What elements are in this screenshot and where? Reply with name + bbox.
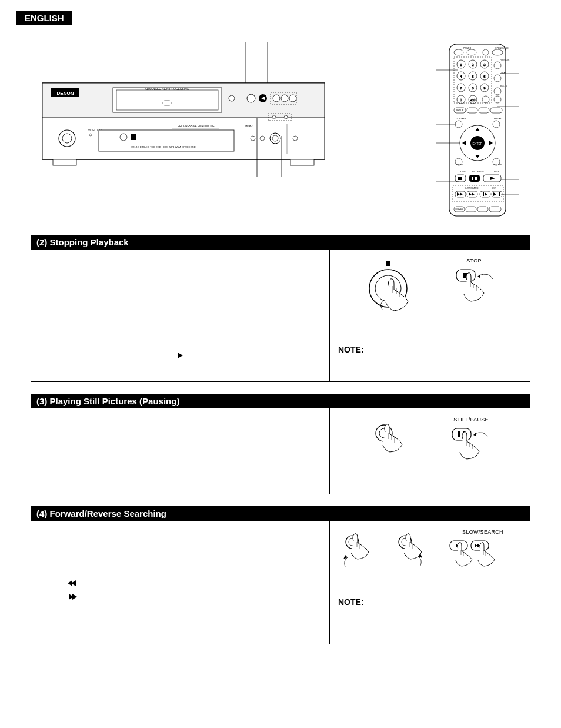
svg-rect-41 (290, 159, 314, 165)
mainunit-stop-graphic: Main Unit (356, 258, 427, 335)
svg-text:+10: +10 (470, 98, 476, 102)
svg-rect-143 (452, 428, 471, 440)
section-4-note-text-hidden: In some cases the menu screen may reappe… (338, 607, 522, 636)
svg-rect-109 (469, 175, 480, 182)
remote-svg: POWER OPEN/CLOSE 1 2 3 4 5 6 7 8 (436, 42, 519, 218)
svg-rect-119 (483, 192, 484, 196)
remote-stop-label: STOP (445, 258, 503, 264)
svg-rect-29 (131, 134, 136, 140)
svg-text:ENTER: ENTER (473, 142, 483, 145)
remote-diagram: POWER OPEN/CLOSE 1 2 3 4 5 6 7 8 (425, 42, 530, 218)
remote-search-label: SLOW/SEARCH (442, 529, 524, 535)
svg-text:DENON: DENON (57, 91, 74, 96)
section-2-note-label: NOTE: (338, 345, 522, 354)
player-svg: DENON ADVANCED AL24 PROCESSING (31, 42, 336, 177)
remote-search-graphic: SLOW/SEARCH (442, 529, 524, 589)
svg-text:SLOW/SEARCH: SLOW/SEARCH (465, 187, 480, 190)
svg-point-24 (62, 134, 72, 143)
mainunit-search-rev-graphic (336, 529, 383, 582)
svg-text:MEMO: MEMO (245, 124, 252, 127)
svg-rect-110 (472, 177, 473, 180)
section-4-instruction-hidden: During playback, press one of the SLOW/S… (43, 533, 318, 553)
section-2-note-text-hidden: With the DVD-A1XV/DVD-A1, when the STOP … (338, 354, 522, 373)
section-3-right: STILL/PAUSE (330, 408, 530, 494)
mainunit-pause-graphic (359, 417, 424, 476)
language-tab: ENGLISH (16, 11, 72, 25)
fwd-icon-row (69, 593, 318, 601)
section-3-left: During playback, press the STILL/PAUSE b… (31, 408, 330, 494)
svg-rect-40 (53, 159, 76, 165)
svg-text:DIMMER: DIMMER (456, 208, 464, 211)
section-4-right: SLOW/SEARCH (330, 521, 530, 644)
section-3-panel: During playback, press the STILL/PAUSE b… (31, 408, 530, 494)
remote-stop-graphic: STOP Remote (445, 258, 503, 337)
svg-rect-108 (458, 177, 462, 180)
svg-text:TOP MENU: TOP MENU (456, 118, 468, 120)
remote-pause-label: STILL/PAUSE (442, 417, 500, 423)
svg-point-11 (247, 94, 255, 102)
svg-text:SETUP: SETUP (456, 109, 464, 112)
play-icon (178, 353, 183, 358)
section-4-left: During playback, press one of the SLOW/S… (31, 521, 330, 644)
section-4-panel: During playback, press one of the SLOW/S… (31, 521, 530, 644)
svg-text:STOP: STOP (460, 171, 466, 173)
svg-rect-7 (116, 90, 218, 110)
top-diagrams-row: DENON ADVANCED AL24 PROCESSING (31, 42, 530, 218)
svg-text:SRS.TS: SRS.TS (500, 85, 507, 87)
svg-point-21 (272, 115, 276, 119)
svg-text:DISPLAY: DISPLAY (493, 118, 502, 120)
double-rev-icon (69, 579, 76, 588)
svg-text:PROGRESSIVE  VIDEO MODE: PROGRESSIVE VIDEO MODE (178, 125, 215, 128)
section-4-heading: (4) Forward/Reverse Searching (31, 506, 530, 521)
svg-text:PLAY: PLAY (494, 171, 499, 173)
play-icon-row (43, 350, 318, 359)
double-fwd-icon (69, 593, 76, 601)
svg-text:OPEN/CLOSE: OPEN/CLOSE (495, 47, 509, 49)
svg-rect-144 (458, 431, 460, 437)
section-3-instruction-hidden: During playback, press the STILL/PAUSE b… (43, 420, 318, 441)
section-2-right: Main Unit STOP (330, 250, 530, 381)
remote-pause-graphic: STILL/PAUSE (442, 417, 500, 480)
mainunit-search-fwd-graphic (389, 529, 436, 582)
svg-text:STILL/PAUSE: STILL/PAUSE (472, 171, 484, 173)
svg-rect-127 (386, 261, 390, 266)
svg-rect-121 (499, 192, 500, 196)
svg-text:SKIP: SKIP (492, 187, 496, 190)
svg-rect-111 (475, 177, 477, 180)
svg-point-37 (272, 135, 278, 141)
section-2-panel: During playback, press the STOP button o… (31, 250, 530, 382)
svg-text:CLEAR: CLEAR (500, 72, 507, 74)
svg-point-14 (273, 95, 280, 102)
section-2-instruction-hidden: During playback, press the STOP button o… (43, 261, 318, 282)
svg-text:ADVANCED AL24 PROCESSING: ADVANCED AL24 PROCESSING (145, 87, 189, 91)
svg-text:PROG/DIR: PROG/DIR (500, 59, 510, 61)
rev-icon-row (69, 579, 318, 588)
svg-point-10 (229, 95, 235, 101)
svg-point-16 (289, 95, 296, 102)
svg-text:DOLBY DTS-ES THX DSD HDMI MP3 : DOLBY DTS-ES THX DSD HDMI MP3 WMA DIVX H… (131, 145, 196, 148)
svg-point-15 (281, 95, 288, 102)
section-3-heading: (3) Playing Still Pictures (Pausing) (31, 394, 530, 408)
player-diagram: DENON ADVANCED AL24 PROCESSING (31, 42, 401, 177)
svg-text:POWER: POWER (463, 47, 472, 49)
svg-text:MENU: MENU (456, 164, 463, 166)
svg-point-22 (284, 115, 288, 119)
section-4-note-label: NOTE: (338, 597, 522, 607)
section-2-left: During playback, press the STOP button o… (31, 250, 330, 381)
section-2-heading: (2) Stopping Playback (31, 235, 530, 250)
